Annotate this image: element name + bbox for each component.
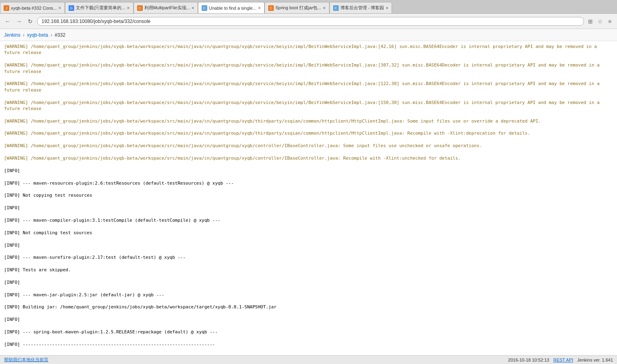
tab-1-close[interactable]: ×	[58, 5, 61, 11]
console-line-8: [WARNING] /home/quant_group/jenkins/jobs…	[4, 155, 613, 161]
tab-3-close[interactable]: ×	[192, 5, 194, 11]
tab-4-title: Unable to find a single...	[209, 6, 256, 10]
console-line-22: [INFO] --- spring-boot-maven-plugin:1.2.…	[4, 329, 613, 335]
breadcrumb-job[interactable]: xyqb-beta	[27, 32, 48, 38]
address-bar: ← → ↻ ⊞ ☆ ≡	[0, 14, 617, 29]
jenkins-toolbar: Jenkins › xyqb-beta › #332	[0, 29, 617, 41]
breadcrumb-sep-1: ›	[23, 32, 25, 38]
console-line-13: [INFO] --- maven-compiler-plugin:3.1:tes…	[4, 217, 613, 223]
tab-3-favicon: C	[137, 5, 143, 11]
breadcrumb-sep-2: ›	[50, 32, 52, 38]
console-line-21: [INFO]	[4, 316, 613, 322]
status-bar-right: 2016-10-18 10:52:13 REST API Jenkins ver…	[508, 358, 613, 362]
console-line-20: [INFO] Building jar: /home/quant_group/j…	[4, 304, 613, 310]
tab-5-title: Spring boot 打成jar包...	[275, 5, 321, 11]
status-bar: 帮助我们本地化当前页 2016-10-18 10:52:13 REST API …	[0, 355, 617, 364]
tab-5-favicon: C	[268, 5, 274, 11]
reload-button[interactable]: ↻	[26, 17, 35, 26]
tab-6-title: 博客后台管理 - 博客园	[340, 5, 384, 11]
localization-link[interactable]: 帮助我们本地化当前页	[4, 357, 48, 363]
tab-4-close[interactable]: ×	[258, 5, 261, 11]
tab-4[interactable]: C Unable to find a single... ×	[198, 2, 265, 13]
bookmark-icon[interactable]: ☆	[596, 17, 604, 25]
breadcrumb-build: #332	[54, 32, 65, 38]
console-line-14: [INFO] Not compiling test sources	[4, 230, 613, 236]
tab-4-favicon: C	[202, 5, 207, 11]
console-line-3: [WARNING] /home/quant_group/jenkins/jobs…	[4, 81, 613, 93]
status-timestamp: 2016-10-18 10:52:13	[508, 358, 549, 362]
console-line-18: [INFO]	[4, 279, 613, 285]
console-line-4: [WARNING] /home/quant_group/jenkins/jobs…	[4, 100, 613, 112]
console-line-7: [WARNING] /home/quant_group/jenkins/jobs…	[4, 143, 613, 149]
console-line-16: [INFO] --- maven-surefire-plugin:2.17:te…	[4, 254, 613, 260]
console-line-5: [WARNING] /home/quant_group/jenkins/jobs…	[4, 118, 613, 124]
back-button[interactable]: ←	[3, 17, 12, 26]
tab-6-close[interactable]: ×	[386, 5, 388, 11]
settings-icon[interactable]: ≡	[606, 17, 614, 25]
tab-5[interactable]: C Spring boot 打成jar包... ×	[265, 2, 329, 13]
console-line-9: [INFO]	[4, 168, 613, 174]
forward-button[interactable]: →	[15, 17, 23, 26]
tab-2-favicon: G	[69, 5, 74, 11]
jenkins-version: Jenkins ver. 1.641	[577, 358, 613, 362]
tab-1-title: xyqb-beta #332 Cons...	[11, 6, 57, 10]
tab-5-close[interactable]: ×	[323, 5, 325, 11]
tab-2-close[interactable]: ×	[127, 5, 130, 11]
tab-2-title: 文件下载(只需要简单的...	[76, 5, 125, 11]
tab-bar: J xyqb-beta #332 Cons... × G 文件下载(只需要简单的…	[0, 0, 617, 14]
tab-1-favicon: J	[4, 5, 9, 11]
console-line-12: [INFO]	[4, 205, 613, 211]
tab-1[interactable]: J xyqb-beta #332 Cons... ×	[0, 2, 65, 13]
console-line-10: [INFO] --- maven-resources-plugin:2.6:te…	[4, 180, 613, 186]
console-line-19: [INFO] --- maven-jar-plugin:2.5:jar (def…	[4, 292, 613, 298]
console-line-15: [INFO]	[4, 242, 613, 248]
console-line-11: [INFO] Not copying test resources	[4, 192, 613, 198]
console-output: [WARNING] /home/quant_group/jenkins/jobs…	[0, 41, 617, 364]
tab-6-favicon: C	[333, 5, 339, 11]
console-line-1: [WARNING] /home/quant_group/jenkins/jobs…	[4, 44, 613, 56]
tab-6[interactable]: C 博客后台管理 - 博客园 ×	[329, 2, 392, 13]
console-line-2: [WARNING] /home/quant_group/jenkins/jobs…	[4, 62, 613, 75]
tab-2[interactable]: G 文件下载(只需要简单的... ×	[65, 2, 133, 13]
console-line-17: [INFO] Tests are skipped.	[4, 267, 613, 273]
address-icons: ⊞ ☆ ≡	[586, 17, 614, 25]
browser-frame: J xyqb-beta #332 Cons... × G 文件下载(只需要简单的…	[0, 0, 617, 29]
console-line-23: [INFO] ---------------------------------…	[4, 341, 613, 347]
translate-icon[interactable]: ⊞	[586, 17, 594, 25]
tab-3[interactable]: C 利用MultipartFile实现... ×	[133, 2, 198, 13]
console-line-6: [WARNING] /home/quant_group/jenkins/jobs…	[4, 130, 613, 136]
breadcrumb-jenkins[interactable]: Jenkins	[4, 32, 21, 38]
tab-3-title: 利用MultipartFile实现...	[144, 5, 190, 11]
status-bar-left: 帮助我们本地化当前页	[4, 357, 48, 363]
rest-api-link[interactable]: REST API	[553, 358, 573, 362]
address-input[interactable]	[37, 17, 584, 26]
